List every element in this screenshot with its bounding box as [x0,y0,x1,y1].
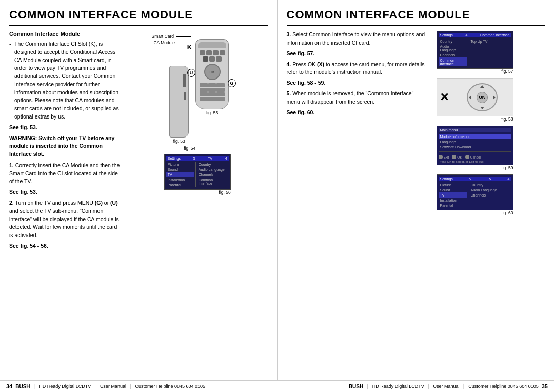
screen-60-right: Country Audio Language Channels [468,182,511,208]
screen-60-left: Picture Sound TV Installation Parental [439,182,467,208]
screen-57-left: Country Audio Language Channels Common I… [439,38,467,66]
module-info-item: Module information [439,134,511,139]
screen-57-content: Country Audio Language Channels Common I… [439,38,511,66]
label-u: U [187,69,195,77]
screen-57-right: Top Up TV [468,38,511,66]
menu-country: Country [439,38,467,44]
menu-channels: Channels [469,192,511,198]
product-right: HD Ready Digital LCDTV [372,384,424,389]
see-fig-58-59: See fig. 58 - 59. [287,80,425,86]
fig60-label: fig. 60 [501,210,513,215]
section-heading: Common Interface Module [9,31,122,37]
menu-tv-selected: TV [166,172,194,177]
label-g: G [228,79,236,87]
screen-56: Settings 5 TV 4 Picture Sound TV Install… [164,154,231,190]
screen-56-titlebar: Settings 5 TV 4 [166,156,229,161]
num-btn [216,83,225,87]
remote-menu-btn [203,56,208,62]
page-num-right: 35 [542,383,548,389]
product-left: HD Ready Digital LCDTV [39,384,91,389]
num-btn [200,97,208,101]
exit-circle [439,155,443,159]
warning-text: WARNING: Switch off your TV before any m… [9,134,122,159]
step-4: 4. Press OK (X) to access the card menu,… [287,61,425,86]
menu-audio: Audio Language [439,44,467,52]
footer-right: BUSH │ HD Ready Digital LCDTV │ User Man… [349,383,548,389]
ok-circle [452,155,456,159]
num-btn [200,83,208,87]
helpline-left: Customer Helpline 0845 604 0105 [135,384,206,389]
screen-60: Settings 5 TV 4 Picture Sound TV Install… [437,174,513,210]
remote-tv-diagram: Smart Card CA Module [166,34,229,144]
remote-num-grid [200,83,225,101]
tv-side-device [169,66,189,138]
page-title-right: COMMON INTERFACE MODULE [287,8,545,26]
fig56-block: Settings 5 TV 4 Picture Sound TV Install… [164,154,231,195]
screen-59: Main menu Module information Language So… [437,126,513,165]
cancel-btn: Cancel [465,155,481,159]
num-btn [208,92,216,96]
menu-common-interface-selected: Common Interface [439,57,467,66]
ok-center-btn: OK [477,92,488,103]
label-k: K [187,43,192,51]
footer-left: 34 BUSH │ HD Ready Digital LCDTV │ User … [6,383,205,389]
screen-56-right: Country Audio Language Channels Common I… [195,162,229,187]
ok-btn: OK [452,155,462,159]
menu-audio: Audio Language [197,167,229,172]
menu-common-interface: Common Interface [197,177,229,186]
fig60-block: Settings 5 TV 4 Picture Sound TV Install… [431,174,513,215]
step-3: 3. Select Common Interface to view the m… [287,31,425,56]
brand-right: BUSH [349,384,363,389]
remote-btn [200,50,205,55]
screen-60-titlebar: Settings 5 TV 4 [439,177,511,181]
ca-module-label: CA Module [153,40,175,45]
language-item: Language [439,139,511,144]
remote-btn [220,50,225,55]
menu-channels: Channels [439,52,467,57]
see-fig-60: See fig. 60. [287,109,425,115]
num-btn [200,88,208,92]
exit-btn: Exit [439,155,449,159]
see-fig-57: See fig. 57. [287,50,425,56]
menu-channels: Channels [197,172,229,177]
menu-picture: Picture [439,182,467,187]
see-fig-54-56: See fig. 54 - 56. [9,243,122,249]
remote-nav-circle: OK [204,64,221,80]
remote-btn-row-1 [200,50,225,55]
page-right: COMMON INTERFACE MODULE 3. Select Common… [278,0,555,380]
menu-installation: Installation [166,177,194,182]
page-title-left: COMMON INTERFACE MODULE [9,8,268,26]
tv-slot-1 [183,74,186,87]
menu-tv: TV [439,192,467,198]
menu-parental: Parental [166,182,194,187]
fig58-label: fig. 58 [501,116,513,122]
intro-paragraph: The Common Interface CI Slot (K), is des… [9,40,122,121]
menu-footer: Exit OK Cancel [439,155,511,159]
remote-control: OK [195,39,229,109]
step-5: 5. When module is removed, the "Common I… [287,90,425,115]
brand-left: BUSH [15,384,30,389]
num-btn [208,97,216,101]
menu-sound: Sound [439,187,467,192]
num-btn [208,83,216,87]
software-download-item: Software Download [439,144,511,149]
fig58-block: ✕ OK fig. 58 [431,78,513,122]
remote-btn [206,50,212,55]
footer-note: Press OK to select, or Exit to quit [439,160,511,163]
see-fig-53-intro: See fig. 53. [9,124,122,130]
menu-parental: Parental [439,203,467,208]
num-btn [216,92,225,96]
footer: 34 BUSH │ HD Ready Digital LCDTV │ User … [0,380,554,392]
smart-card-label: Smart Card [152,34,174,39]
fig57-label: fig. 57 [501,69,513,74]
fig59-label: fig. 59 [501,165,513,170]
fig59-block: Main menu Module information Language So… [431,126,513,170]
menu-audio: Audio Language [469,187,511,192]
screen-56-content: Picture Sound TV Installation Parental C… [166,162,229,187]
left-text-column: Common Interface Module The Common Inter… [9,31,122,253]
tv-slot-2 [184,92,186,100]
step-2: 2. Turn on the TV and press MENU (G) or … [9,199,122,249]
step-1: 1. Correctly insert the CA Module and th… [9,162,122,195]
num-btn [208,88,216,92]
menu-installation: Installation [439,198,467,203]
